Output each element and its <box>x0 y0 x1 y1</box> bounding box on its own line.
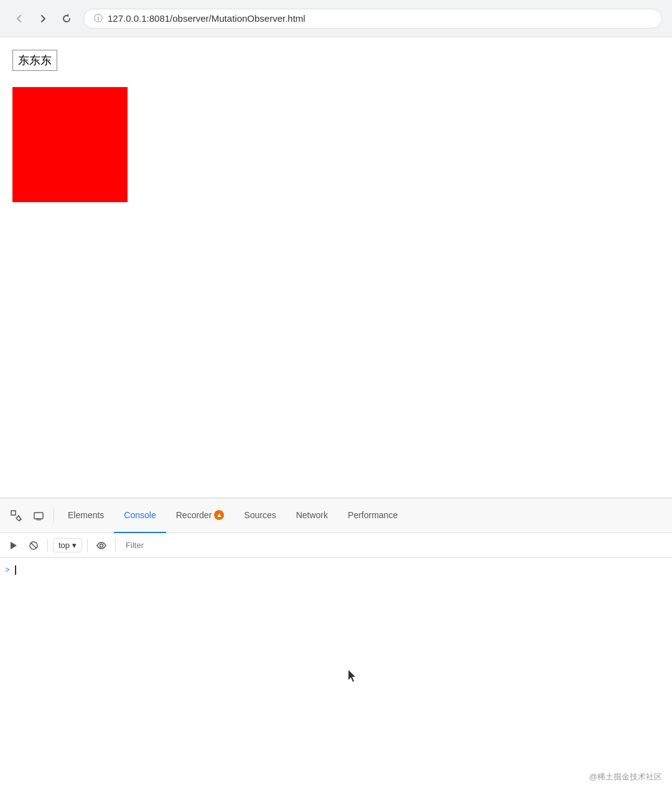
devtools-panel: Elements Console Recorder ▲ Sources Netw… <box>0 498 672 790</box>
info-icon: ⓘ <box>94 13 103 24</box>
console-chevron-icon: > <box>5 565 10 575</box>
inspect-element-button[interactable] <box>5 506 27 526</box>
nav-buttons <box>10 11 76 27</box>
recorder-badge: ▲ <box>214 510 224 520</box>
devtools-main-toolbar: Elements Console Recorder ▲ Sources Netw… <box>0 498 672 533</box>
svg-point-4 <box>100 544 103 547</box>
play-button[interactable] <box>5 538 22 553</box>
mouse-cursor <box>348 670 358 685</box>
svg-rect-2 <box>37 519 40 520</box>
console-cursor <box>15 565 16 575</box>
page-content: 东东东 <box>0 37 672 498</box>
console-separator-1 <box>47 539 48 552</box>
url-text: 127.0.0.1:8081/observer/MutationObserver… <box>108 13 306 24</box>
console-separator-3 <box>115 539 116 552</box>
red-box <box>12 87 128 202</box>
eye-button[interactable] <box>93 538 110 553</box>
svg-rect-1 <box>34 513 43 519</box>
console-secondary-toolbar: top ▾ <box>0 533 672 558</box>
devtools-tabs: Elements Console Recorder ▲ Sources Netw… <box>58 498 408 533</box>
address-bar[interactable]: ⓘ 127.0.0.1:8081/observer/MutationObserv… <box>83 9 662 29</box>
chevron-down-icon: ▾ <box>72 541 77 550</box>
reload-button[interactable] <box>57 11 76 27</box>
tab-performance[interactable]: Performance <box>338 498 408 533</box>
tab-recorder[interactable]: Recorder ▲ <box>166 498 235 533</box>
top-dropdown[interactable]: top ▾ <box>53 538 82 552</box>
page-label: 东东东 <box>12 50 57 71</box>
console-separator-2 <box>87 539 88 552</box>
tab-network[interactable]: Network <box>286 498 338 533</box>
back-button[interactable] <box>10 11 29 27</box>
top-label: top <box>58 541 70 550</box>
watermark: @稀土掘金技术社区 <box>589 771 662 783</box>
device-toolbar-button[interactable] <box>27 506 50 526</box>
browser-chrome: ⓘ 127.0.0.1:8081/observer/MutationObserv… <box>0 0 672 37</box>
tab-sources[interactable]: Sources <box>234 498 286 533</box>
tab-elements[interactable]: Elements <box>58 498 114 533</box>
console-area[interactable]: > <box>0 558 672 790</box>
svg-rect-0 <box>11 511 16 515</box>
filter-input[interactable] <box>121 538 667 552</box>
toolbar-separator-1 <box>54 507 54 524</box>
console-prompt-line: > <box>0 563 672 577</box>
ban-button[interactable] <box>25 538 42 553</box>
forward-button[interactable] <box>34 11 52 27</box>
tab-console[interactable]: Console <box>114 498 166 533</box>
